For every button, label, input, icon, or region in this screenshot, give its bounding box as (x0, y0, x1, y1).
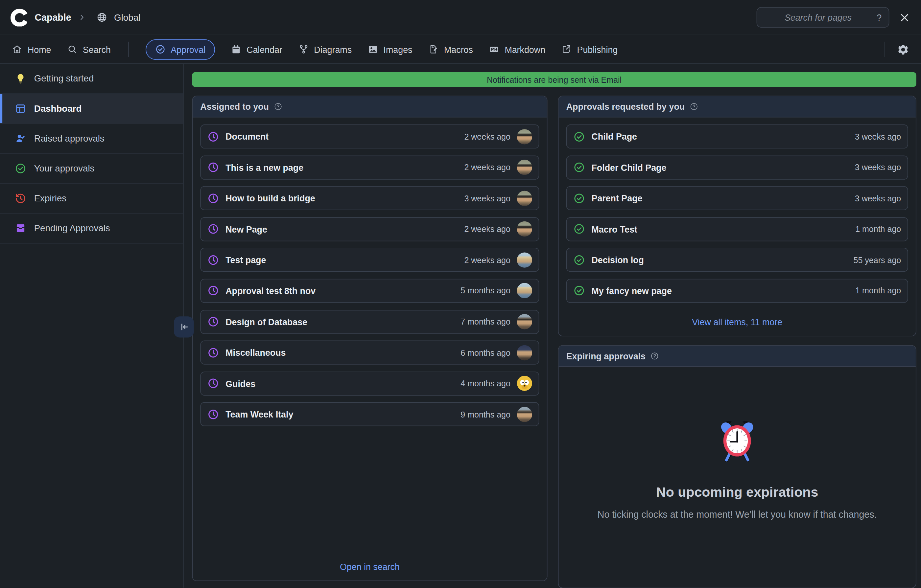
sidebar-item-your-approvals[interactable]: Your approvals (0, 154, 184, 184)
breadcrumb-app[interactable]: Capable (34, 12, 71, 23)
nav-item-approval[interactable]: Approval (145, 39, 215, 60)
banner-text: Notifications are being sent via Email (487, 75, 622, 84)
clock-icon (207, 316, 219, 328)
item-timestamp: 3 weeks ago (855, 162, 901, 172)
item-timestamp: 2 weeks ago (464, 255, 510, 265)
gear-icon[interactable] (897, 43, 910, 55)
jake-avatar (517, 376, 532, 391)
item-title: Decision log (591, 255, 644, 265)
avatar-lake (517, 252, 532, 267)
sidebar-item-getting-started[interactable]: Getting started (0, 64, 184, 94)
item-title: Test page (226, 255, 266, 265)
check-circle-icon (573, 162, 585, 174)
clock-icon (207, 131, 219, 143)
page-search[interactable]: ? (757, 7, 889, 28)
collapse-sidebar-button[interactable] (174, 316, 194, 337)
list-item[interactable]: Macro Test1 month ago (566, 217, 908, 241)
list-item[interactable]: Test page2 weeks ago (200, 248, 539, 272)
list-item[interactable]: How to build a bridge3 weeks ago (200, 186, 539, 210)
list-item[interactable]: Folder Child Page3 weeks ago (566, 155, 908, 179)
nav-item-publishing[interactable]: Publishing (561, 44, 618, 55)
list-item[interactable]: My fancy new page1 month ago (566, 279, 908, 303)
nav-item-label: Diagrams (314, 44, 352, 54)
list-item[interactable]: Child Page3 weeks ago (566, 125, 908, 148)
empty-state-title: No upcoming expirations (656, 484, 818, 500)
sidebar-item-expiries[interactable]: Expiries (0, 184, 184, 213)
list-item[interactable]: Decision log55 years ago (566, 248, 908, 272)
list-item[interactable]: New Page2 weeks ago (200, 217, 539, 241)
tray-icon (15, 223, 27, 234)
open-in-search-link[interactable]: Open in search (340, 562, 400, 572)
list-item[interactable]: Miscellaneous6 months ago (200, 341, 539, 365)
nav-item-home[interactable]: Home (12, 44, 51, 55)
item-timestamp: 1 month ago (855, 224, 901, 234)
check-circle-icon (573, 285, 585, 297)
approval-check-icon (155, 44, 165, 55)
sidebar-item-label: Dashboard (34, 104, 82, 114)
nav-item-images[interactable]: Images (368, 44, 412, 55)
nav-item-label: Publishing (577, 44, 618, 54)
item-title: Document (226, 132, 268, 141)
sidebar-item-label: Your approvals (34, 163, 95, 174)
search-shortcut-hint: ? (877, 13, 882, 22)
item-title: Macro Test (591, 224, 637, 234)
home-icon (12, 44, 22, 55)
item-title: New Page (226, 224, 267, 234)
list-item[interactable]: Design of Database7 months ago (200, 310, 539, 334)
assigned-panel: Assigned to you Document2 weeks agoThis … (192, 96, 547, 581)
nav-item-search[interactable]: Search (67, 44, 111, 55)
check-circle-icon (573, 254, 585, 266)
item-timestamp: 55 years ago (854, 255, 901, 265)
publishing-icon (561, 44, 571, 55)
item-title: Parent Page (591, 193, 642, 203)
close-icon[interactable] (899, 11, 910, 23)
expiring-panel-title: Expiring approvals (566, 351, 646, 361)
history-icon (15, 193, 27, 204)
avatar-sunglasses (517, 314, 532, 329)
list-item[interactable]: Parent Page3 weeks ago (566, 186, 908, 210)
nav-item-macros[interactable]: Macros (428, 44, 473, 55)
nav-item-label: Markdown (504, 44, 545, 54)
diagrams-icon (298, 44, 309, 55)
help-icon[interactable] (650, 351, 659, 361)
clock-icon (207, 223, 219, 235)
item-timestamp: 3 weeks ago (855, 193, 901, 203)
item-title: Child Page (591, 132, 637, 141)
expiring-panel-header: Expiring approvals (558, 346, 915, 367)
search-input[interactable] (764, 12, 872, 23)
lightbulb-icon (15, 73, 27, 85)
sidebar-item-dashboard[interactable]: Dashboard (0, 94, 184, 124)
nav-item-diagrams[interactable]: Diagrams (298, 44, 352, 55)
nav-item-calendar[interactable]: Calendar (231, 44, 282, 55)
avatar-soldier (517, 221, 532, 237)
collapse-sidebar-icon (179, 322, 189, 332)
list-item[interactable]: This is a new page2 weeks ago (200, 155, 539, 179)
requested-panel: Approvals requested by you Child Page3 w… (558, 96, 916, 336)
check-circle-icon (573, 131, 585, 143)
list-item[interactable]: Document2 weeks ago (200, 125, 539, 148)
expiring-empty-state: No upcoming expirations No ticking clock… (558, 367, 915, 588)
item-timestamp: 3 weeks ago (855, 132, 901, 141)
help-icon[interactable] (273, 102, 282, 111)
item-title: Approval test 8th nov (226, 286, 316, 296)
list-item[interactable]: Guides4 months ago (200, 372, 539, 395)
empty-state-message: No ticking clocks at the moment! We’ll l… (597, 508, 877, 522)
check-circle-icon (573, 193, 585, 204)
view-all-items-link[interactable]: View all items, 11 more (692, 317, 782, 327)
check-circle-icon (573, 223, 585, 235)
item-timestamp: 2 weeks ago (464, 224, 510, 234)
requested-panel-footer: View all items, 11 more (558, 310, 915, 336)
list-item[interactable]: Approval test 8th nov5 months ago (200, 279, 539, 303)
requested-panel-title: Approvals requested by you (566, 101, 685, 111)
help-icon[interactable] (689, 102, 698, 111)
sidebar-item-raised-approvals[interactable]: Raised approvals (0, 124, 184, 154)
assigned-panel-footer: Open in search (193, 555, 547, 581)
breadcrumb-space[interactable]: Global (114, 12, 140, 23)
sidebar-item-pending-approvals[interactable]: Pending Approvals (0, 213, 184, 244)
markdown-icon (489, 44, 499, 55)
list-item[interactable]: Team Week Italy9 months ago (200, 403, 539, 426)
nav-item-label: Approval (171, 44, 205, 54)
nav-item-markdown[interactable]: Markdown (489, 44, 545, 55)
search-icon (67, 44, 78, 55)
clock-icon (207, 408, 219, 420)
